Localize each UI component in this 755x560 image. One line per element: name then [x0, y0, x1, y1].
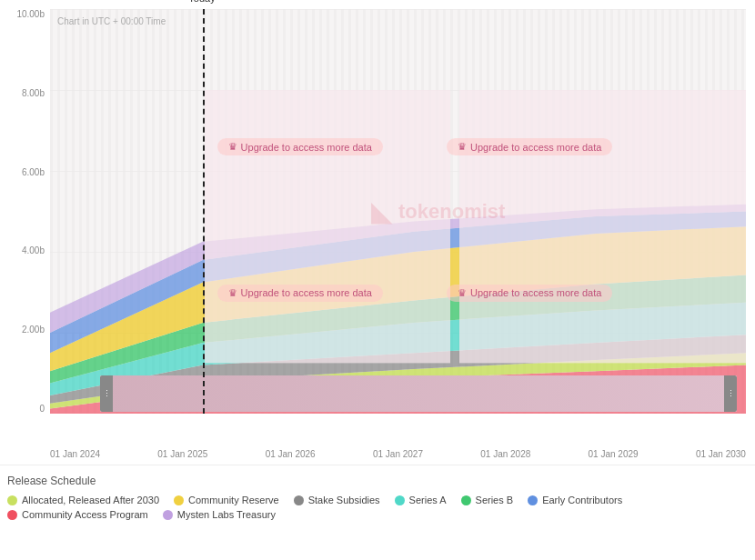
- navigator-handle-right[interactable]: ⋮: [724, 375, 737, 412]
- upgrade-badge-1[interactable]: ♛ Upgrade to access more data: [217, 138, 383, 155]
- legend-item-early-contributors: Early Contributors: [528, 495, 622, 505]
- navigator-handle-left[interactable]: ⋮: [100, 375, 113, 412]
- legend-dot-allocated: [7, 495, 17, 505]
- x-label-2024: 01 Jan 2024: [50, 449, 100, 459]
- utc-label: Chart in UTC + 00:00 Time: [57, 16, 166, 26]
- navigator-inner: [100, 375, 737, 412]
- legend-dot-mysten: [163, 510, 173, 520]
- x-label-2028: 01 Jan 2028: [480, 449, 530, 459]
- legend-item-community-reserve: Community Reserve: [174, 495, 279, 505]
- legend-dot-community-reserve: [174, 495, 184, 505]
- legend-dot-series-b: [461, 495, 471, 505]
- upgrade-badge-4[interactable]: ♛ Upgrade to access more data: [447, 285, 612, 302]
- legend: Release Schedule Allocated, Released Aft…: [0, 465, 755, 560]
- navigator[interactable]: ⋮ ⋮: [100, 375, 737, 412]
- y-label-2: 2.00b: [22, 325, 45, 335]
- x-label-2026: 01 Jan 2026: [266, 449, 316, 459]
- svg-rect-4: [459, 90, 746, 363]
- legend-label-mysten: Mysten Labs Treasury: [177, 509, 276, 520]
- legend-label-allocated: Allocated, Released After 2030: [22, 495, 159, 505]
- x-label-2030: 01 Jan 2030: [696, 449, 746, 459]
- crown-icon-3: ♛: [228, 287, 237, 299]
- legend-dot-stake: [294, 495, 304, 505]
- legend-dot-series-a: [395, 495, 405, 505]
- y-axis: 10.00b 8.00b 6.00b 4.00b 2.00b 0: [0, 9, 50, 414]
- x-label-2029: 01 Jan 2029: [589, 449, 639, 459]
- legend-item-stake: Stake Subsidies: [294, 495, 380, 505]
- legend-label-community-access: Community Access Program: [22, 509, 148, 520]
- legend-item-series-a: Series A: [395, 495, 447, 505]
- chart-area: Chart in UTC + 00:00 Time Today ♛ Upgrad…: [50, 9, 746, 414]
- today-label: Today: [188, 0, 215, 4]
- y-label-4: 4.00b: [22, 245, 45, 255]
- upgrade-badge-2[interactable]: ♛ Upgrade to access more data: [447, 138, 612, 155]
- crown-icon-4: ♛: [458, 287, 467, 299]
- legend-label-early-contributors: Early Contributors: [542, 495, 622, 505]
- legend-item-community-access: Community Access Program: [7, 509, 148, 520]
- legend-label-series-b: Series B: [476, 495, 514, 505]
- svg-rect-3: [205, 90, 450, 363]
- upgrade-badge-3[interactable]: ♛ Upgrade to access more data: [217, 285, 383, 302]
- y-label-10: 10.00b: [16, 9, 45, 19]
- legend-item-series-b: Series B: [461, 495, 514, 505]
- y-label-0: 0: [39, 404, 45, 414]
- legend-dot-early-contributors: [528, 495, 538, 505]
- crown-icon-2: ♛: [458, 141, 467, 153]
- navigator-container: ⋮ ⋮: [50, 377, 746, 412]
- legend-dot-community-access: [7, 510, 17, 520]
- legend-label-community-reserve: Community Reserve: [188, 495, 279, 505]
- legend-items: Allocated, Released After 2030 Community…: [7, 495, 748, 520]
- watermark: ◣ tokenomist: [371, 196, 505, 226]
- x-label-2027: 01 Jan 2027: [373, 449, 423, 459]
- today-line: Today: [203, 9, 205, 414]
- chart-container: 10.00b 8.00b 6.00b 4.00b 2.00b 0: [0, 0, 755, 464]
- legend-item-mysten: Mysten Labs Treasury: [163, 509, 276, 520]
- legend-title: Release Schedule: [7, 475, 748, 487]
- crown-icon-1: ♛: [228, 141, 237, 153]
- x-axis: 01 Jan 2024 01 Jan 2025 01 Jan 2026 01 J…: [50, 449, 746, 459]
- y-label-6: 6.00b: [22, 167, 45, 177]
- x-label-2025: 01 Jan 2025: [157, 449, 207, 459]
- legend-label-stake: Stake Subsidies: [308, 495, 380, 505]
- legend-item-allocated: Allocated, Released After 2030: [7, 495, 159, 505]
- legend-label-series-a: Series A: [409, 495, 447, 505]
- y-label-8: 8.00b: [22, 88, 45, 98]
